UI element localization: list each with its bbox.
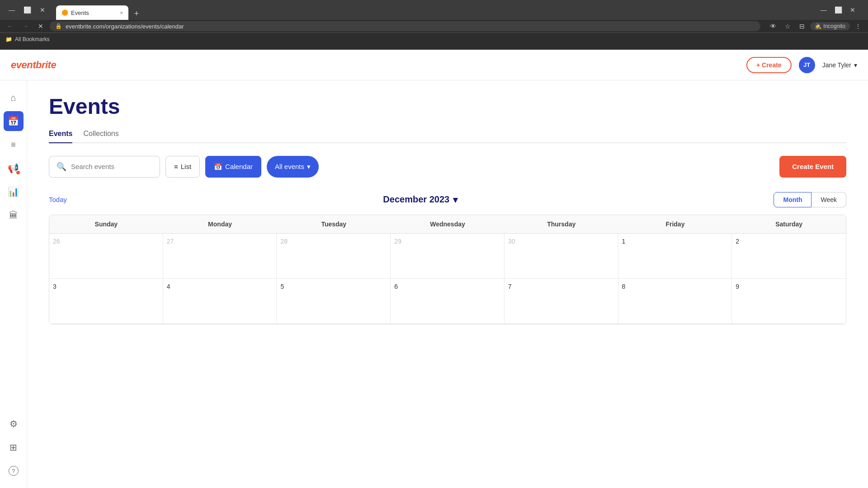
cell-number: 9 — [736, 283, 739, 290]
help-icon: ? — [9, 466, 19, 476]
menu-icon[interactable]: ⋮ — [852, 20, 864, 33]
browser-controls: — ⬜ ✕ — [5, 4, 49, 16]
month-view-button[interactable]: Month — [774, 192, 811, 207]
close-button[interactable]: ✕ — [36, 4, 49, 16]
forward-button[interactable]: → — [19, 20, 32, 33]
cell-number: 5 — [280, 283, 284, 290]
incognito-label: Incognito — [823, 23, 845, 29]
window-close-icon[interactable]: ✕ — [846, 4, 859, 16]
calendar-cell[interactable]: 7 — [505, 279, 618, 324]
cell-number: 8 — [622, 283, 626, 290]
page-title: Events — [49, 95, 846, 119]
maximize-button[interactable]: ⬜ — [21, 4, 33, 16]
cell-number: 28 — [280, 238, 288, 245]
analytics-icon: 📊 — [8, 186, 19, 197]
calendar-small-icon: 📅 — [214, 163, 222, 171]
privacy-icon: 🔒 — [55, 23, 62, 29]
calendar-icon: 📅 — [8, 116, 19, 127]
url-display: eventbrite.com/organizations/events/cale… — [66, 23, 184, 30]
calendar-cell[interactable]: 8 — [618, 279, 732, 324]
calendar-cell[interactable]: 2 — [732, 234, 846, 279]
app-container: eventbrite + Create JT Jane Tyler ▾ ⌂ 📅 … — [0, 50, 868, 488]
active-tab[interactable]: 🟠 Events × — [56, 5, 128, 20]
sidebar-item-help[interactable]: ? — [4, 461, 24, 481]
sidebar-item-home[interactable]: ⌂ — [4, 88, 24, 108]
day-header-friday: Friday — [618, 215, 732, 233]
tabs-bar: Events Collections — [49, 130, 846, 143]
calendar-cell[interactable]: 26 — [49, 234, 163, 279]
logo-text: eventbrite — [11, 59, 56, 70]
cell-number: 6 — [394, 283, 398, 290]
marketing-icon: 📢 — [8, 163, 19, 174]
calendar-cell[interactable]: 27 — [163, 234, 277, 279]
cell-number: 26 — [53, 238, 60, 245]
toolbar: 🔍 ≡ List 📅 Calendar All events ▾ Create … — [49, 156, 846, 178]
tab-events[interactable]: Events — [49, 130, 72, 143]
calendar-cell[interactable]: 5 — [277, 279, 391, 324]
calendar-cell[interactable]: 3 — [49, 279, 163, 324]
calendar-cell[interactable]: 6 — [391, 279, 505, 324]
cell-number: 2 — [736, 238, 739, 245]
incognito-icon: 🕵️ — [815, 23, 821, 29]
sidebar-item-analytics[interactable]: 📊 — [4, 182, 24, 202]
sidebar-item-apps[interactable]: ⊞ — [4, 437, 24, 457]
browser-titlebar: — ⬜ ✕ 🟠 Events × + — ⬜ ✕ — [0, 0, 868, 20]
search-box[interactable]: 🔍 — [49, 156, 160, 178]
calendar-cell[interactable]: 1 — [618, 234, 732, 279]
sidebar-item-marketing[interactable]: 📢 — [4, 158, 24, 178]
top-nav: eventbrite + Create JT Jane Tyler ▾ — [0, 50, 868, 80]
week-view-button[interactable]: Week — [811, 192, 846, 207]
sidebar-item-orders[interactable]: ≡ — [4, 135, 24, 155]
day-header-thursday: Thursday — [505, 215, 618, 233]
bookmarks-bar: 📁 All Bookmarks — [0, 33, 868, 45]
eye-off-icon[interactable]: 👁 — [767, 20, 779, 33]
create-button[interactable]: + Create — [746, 57, 792, 73]
chevron-down-icon: ▾ — [453, 194, 458, 205]
calendar-section: Today December 2023 ▾ Month Week — [49, 192, 846, 324]
bookmark-star-icon[interactable]: ☆ — [781, 20, 794, 33]
calendar-body: 2627282930123456789 — [49, 234, 846, 324]
bookmarks-folder-icon: 📁 — [5, 36, 12, 42]
new-tab-button[interactable]: + — [130, 7, 143, 20]
sidebar-item-calendar[interactable]: 📅 — [4, 111, 24, 131]
calendar-cell[interactable]: 28 — [277, 234, 391, 279]
list-view-button[interactable]: ≡ List — [165, 156, 200, 178]
window-restore-icon[interactable]: ⬜ — [832, 4, 844, 16]
day-header-wednesday: Wednesday — [391, 215, 505, 233]
create-event-button[interactable]: Create Event — [779, 156, 846, 178]
user-name-label: Jane Tyler — [822, 61, 851, 69]
split-view-icon[interactable]: ⊟ — [796, 20, 808, 33]
sidebar-item-finance[interactable]: 🏛 — [4, 205, 24, 225]
main-layout: ⌂ 📅 ≡ 📢 📊 🏛 ⚙ ⊞ — [0, 80, 868, 488]
all-events-button[interactable]: All events ▾ — [267, 156, 319, 178]
chevron-down-icon: ▾ — [307, 163, 311, 171]
minimize-button[interactable]: — — [5, 4, 18, 16]
search-icon: 🔍 — [57, 162, 66, 172]
window-minimize-icon[interactable]: — — [817, 4, 830, 16]
user-avatar: JT — [799, 57, 815, 73]
finance-icon: 🏛 — [9, 210, 18, 221]
calendar-cell[interactable]: 30 — [505, 234, 618, 279]
month-title[interactable]: December 2023 ▾ — [383, 194, 458, 205]
today-button[interactable]: Today — [49, 196, 67, 203]
calendar-cell[interactable]: 4 — [163, 279, 277, 324]
calendar-cell[interactable]: 29 — [391, 234, 505, 279]
back-button[interactable]: ← — [4, 20, 16, 33]
chevron-down-icon: ▾ — [854, 61, 857, 69]
address-bar[interactable]: 🔒 eventbrite.com/organizations/events/ca… — [50, 21, 760, 31]
logo: eventbrite — [11, 59, 746, 71]
home-icon: ⌂ — [10, 93, 16, 103]
calendar-header: Today December 2023 ▾ Month Week — [49, 192, 846, 207]
incognito-badge[interactable]: 🕵️ Incognito — [810, 22, 850, 30]
browser-right-controls: 👁 ☆ ⊟ 🕵️ Incognito ⋮ — [767, 20, 864, 33]
sidebar-item-settings[interactable]: ⚙ — [4, 414, 24, 434]
search-input[interactable] — [71, 163, 152, 170]
tab-collections[interactable]: Collections — [83, 130, 118, 143]
tab-bar: 🟠 Events × + — [52, 3, 814, 20]
calendar-cell[interactable]: 9 — [732, 279, 846, 324]
settings-icon: ⚙ — [9, 418, 18, 429]
calendar-view-button[interactable]: 📅 Calendar — [205, 156, 261, 178]
user-menu-button[interactable]: Jane Tyler ▾ — [822, 61, 857, 69]
refresh-button[interactable]: ✕ — [34, 20, 47, 33]
tab-close-button[interactable]: × — [120, 10, 123, 15]
